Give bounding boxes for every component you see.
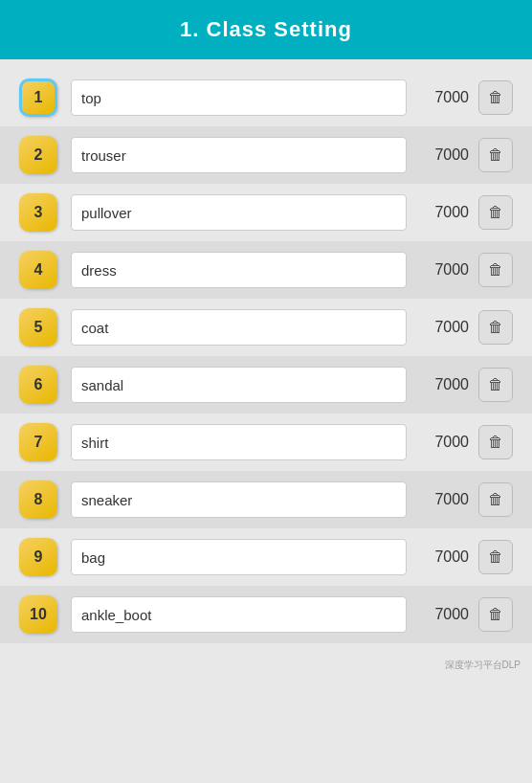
delete-button[interactable]: 🗑 [478,425,513,459]
list-item: 37000🗑 [0,184,532,241]
class-name-input[interactable] [71,424,407,460]
trash-icon: 🗑 [488,548,503,566]
class-count: 7000 [416,376,469,393]
class-name-input[interactable] [71,367,407,403]
header: 1. Class Setting [0,0,532,59]
trash-icon: 🗑 [488,319,503,336]
class-list: 17000🗑27000🗑37000🗑47000🗑57000🗑67000🗑7700… [0,59,532,653]
class-count: 7000 [416,261,469,279]
index-badge: 9 [19,538,57,576]
index-badge: 2 [19,136,57,174]
class-count: 7000 [416,434,469,451]
delete-button[interactable]: 🗑 [478,310,513,345]
list-item: 67000🗑 [0,356,532,414]
index-badge: 5 [19,308,57,347]
delete-button[interactable]: 🗑 [478,195,513,230]
delete-button[interactable]: 🗑 [478,597,513,632]
delete-button[interactable]: 🗑 [478,253,513,287]
index-badge: 4 [19,251,57,289]
trash-icon: 🗑 [488,89,503,106]
trash-icon: 🗑 [488,434,503,451]
class-count: 7000 [416,146,469,164]
index-badge: 3 [19,193,57,232]
index-badge: 7 [19,423,57,461]
list-item: 107000🗑 [0,586,532,643]
index-badge: 10 [19,595,57,634]
trash-icon: 🗑 [488,261,503,279]
class-count: 7000 [416,491,469,508]
list-item: 27000🗑 [0,126,532,184]
class-name-input[interactable] [71,481,407,518]
delete-button[interactable]: 🗑 [478,482,513,517]
list-item: 77000🗑 [0,414,532,471]
list-item: 47000🗑 [0,241,532,299]
class-name-input[interactable] [71,596,407,633]
trash-icon: 🗑 [488,491,503,508]
list-item: 87000🗑 [0,471,532,528]
class-name-input[interactable] [71,309,407,346]
class-name-input[interactable] [71,539,407,575]
class-name-input[interactable] [71,252,407,288]
delete-button[interactable]: 🗑 [478,80,513,115]
list-item: 97000🗑 [0,528,532,586]
class-name-input[interactable] [71,194,407,231]
watermark: 深度学习平台DLP [0,653,532,678]
trash-icon: 🗑 [488,376,503,393]
class-name-input[interactable] [71,137,407,173]
delete-button[interactable]: 🗑 [478,540,513,574]
index-badge: 8 [19,481,57,519]
class-count: 7000 [416,548,469,566]
class-name-input[interactable] [71,79,407,116]
trash-icon: 🗑 [488,606,503,623]
page-title: 1. Class Setting [180,17,352,41]
trash-icon: 🗑 [488,146,503,164]
delete-button[interactable]: 🗑 [478,368,513,402]
index-badge: 1 [19,78,57,117]
list-item: 17000🗑 [0,69,532,126]
class-count: 7000 [416,204,469,221]
delete-button[interactable]: 🗑 [478,138,513,172]
index-badge: 6 [19,366,57,404]
class-count: 7000 [416,606,469,623]
list-item: 57000🗑 [0,299,532,356]
class-count: 7000 [416,89,469,106]
trash-icon: 🗑 [488,204,503,221]
class-count: 7000 [416,319,469,336]
